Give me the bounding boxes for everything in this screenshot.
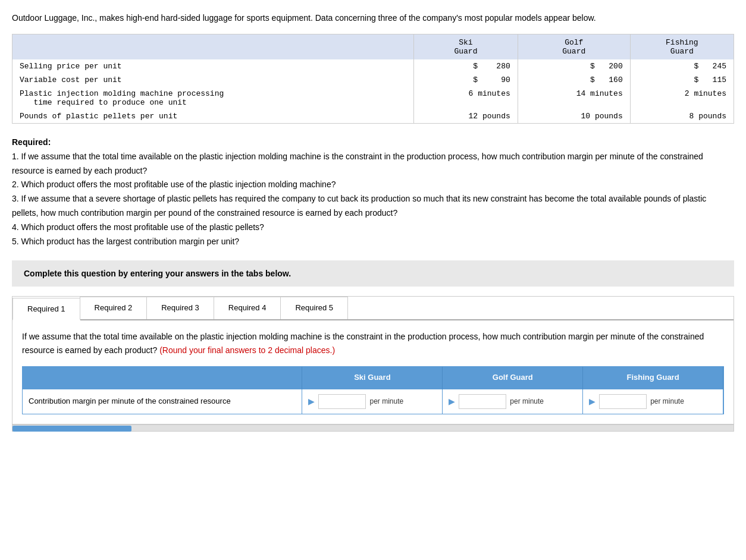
answer-cell-golf: ▶ per minute xyxy=(443,389,583,414)
ski-per-minute-label: per minute xyxy=(369,396,403,407)
data-table: SkiGuard GolfGuard FishingGuard Selling … xyxy=(12,34,734,123)
tab-question: If we assume that the total time availab… xyxy=(22,330,724,357)
tabs-row: Required 1 Required 2 Required 3 Require… xyxy=(12,297,734,320)
complete-banner: Complete this question by entering your … xyxy=(12,260,734,287)
intro-text: Outdoor Luggage, Inc., makes high-end ha… xyxy=(12,12,734,24)
row-fishing-variable: $ 115 xyxy=(630,73,734,87)
answer-col-label xyxy=(23,367,302,389)
table-row: Variable cost per unit $ 90 $ 160 $ 115 xyxy=(12,73,734,87)
answer-col-ski: Ski Guard xyxy=(302,367,443,389)
answer-row: Contribution margin per minute of the co… xyxy=(23,389,723,414)
row-label-variable: Variable cost per unit xyxy=(12,73,414,87)
golf-triangle-icon: ▶ xyxy=(449,395,455,408)
tab-required-2[interactable]: Required 2 xyxy=(80,297,148,319)
row-ski-molding: 6 minutes xyxy=(414,87,518,109)
col-header-ski: SkiGuard xyxy=(414,34,518,59)
question-4: 4. Which product offers the most profita… xyxy=(12,222,264,232)
col-header-label xyxy=(12,34,414,59)
row-label-pounds: Pounds of plastic pellets per unit xyxy=(12,109,414,123)
row-fishing-molding: 2 minutes xyxy=(630,87,734,109)
row-golf-variable: $ 160 xyxy=(518,73,630,87)
answer-col-golf: Golf Guard xyxy=(443,367,583,389)
tab-required-4[interactable]: Required 4 xyxy=(214,297,281,319)
row-fishing-pounds: 8 pounds xyxy=(630,109,734,123)
row-ski-pounds: 12 pounds xyxy=(414,109,518,123)
row-golf-pounds: 10 pounds xyxy=(518,109,630,123)
tab-question-red: (Round your final answers to 2 decimal p… xyxy=(159,345,335,355)
row-golf-selling: $ 200 xyxy=(518,59,630,73)
required-label: Required: xyxy=(12,137,51,147)
question-2: 2. Which product offers the most profita… xyxy=(12,180,336,189)
ski-triangle-icon: ▶ xyxy=(308,395,315,408)
row-ski-selling: $ 280 xyxy=(414,59,518,73)
tabs-container: Required 1 Required 2 Required 3 Require… xyxy=(12,296,734,320)
row-golf-molding: 14 minutes xyxy=(518,87,630,109)
tab-required-1[interactable]: Required 1 xyxy=(12,298,80,320)
question-1: 1. If we assume that the total time avai… xyxy=(12,152,703,175)
col-header-golf: GolfGuard xyxy=(518,34,630,59)
col-header-fishing: FishingGuard xyxy=(630,34,734,59)
golf-guard-input[interactable] xyxy=(459,394,506,409)
table-row: Selling price per unit $ 280 $ 200 $ 245 xyxy=(12,59,734,73)
table-row: Pounds of plastic pellets per unit 12 po… xyxy=(12,109,734,123)
scroll-thumb xyxy=(12,426,131,432)
answer-table: Ski Guard Golf Guard Fishing Guard Contr… xyxy=(23,367,723,414)
data-table-wrapper: SkiGuard GolfGuard FishingGuard Selling … xyxy=(12,34,734,124)
row-label-selling: Selling price per unit xyxy=(12,59,414,73)
question-5: 5. Which product has the largest contrib… xyxy=(12,237,239,246)
answer-col-fishing: Fishing Guard xyxy=(583,367,723,389)
required-section: Required: 1. If we assume that the total… xyxy=(12,136,734,248)
answer-cell-fishing: ▶ per minute xyxy=(583,389,723,414)
tab-question-text: If we assume that the total time availab… xyxy=(22,332,704,354)
fishing-per-minute-label: per minute xyxy=(650,396,684,407)
row-fishing-selling: $ 245 xyxy=(630,59,734,73)
table-row: Plastic injection molding machine proces… xyxy=(12,87,734,109)
answer-table-wrapper: Ski Guard Golf Guard Fishing Guard Contr… xyxy=(22,366,724,414)
tab-required-3[interactable]: Required 3 xyxy=(146,297,214,319)
ski-guard-input[interactable] xyxy=(318,394,366,409)
tab-content: If we assume that the total time availab… xyxy=(12,320,734,424)
answer-cell-ski: ▶ per minute xyxy=(302,389,443,414)
fishing-triangle-icon: ▶ xyxy=(589,395,595,408)
tab-required-5[interactable]: Required 5 xyxy=(280,297,348,319)
row-ski-variable: $ 90 xyxy=(414,73,518,87)
answer-row-label: Contribution margin per minute of the co… xyxy=(23,389,302,414)
scroll-bar[interactable] xyxy=(12,424,734,432)
row-label-molding: Plastic injection molding machine proces… xyxy=(12,87,414,109)
question-3: 3. If we assume that a severe shortage o… xyxy=(12,194,706,218)
golf-per-minute-label: per minute xyxy=(510,396,544,407)
fishing-guard-input[interactable] xyxy=(599,394,647,409)
